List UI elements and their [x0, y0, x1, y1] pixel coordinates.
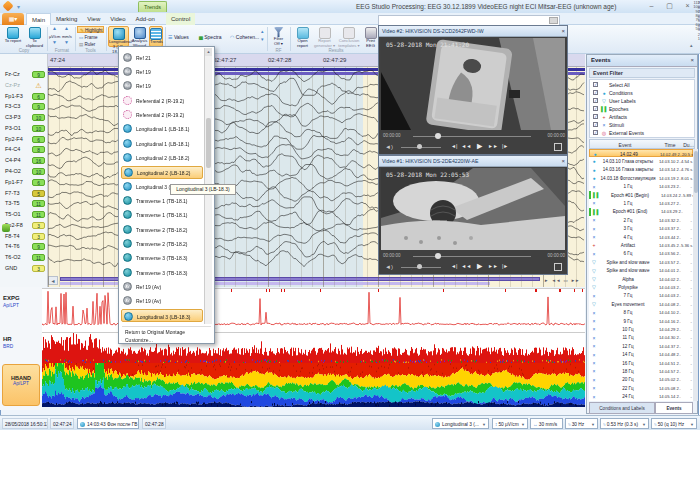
event-row[interactable]: ×7 Гц14.04.03 2...-	[589, 292, 693, 300]
minimize-button[interactable]: –	[645, 1, 658, 11]
event-row[interactable]: ×2 Гц14.03.32 2...-	[589, 216, 693, 224]
video1-title-bar[interactable]: Video #1: HIKVISION DS-2DE4220IW-AE ×	[379, 156, 567, 167]
analysis-wizard-button[interactable]: Analysis Wizard	[131, 26, 148, 47]
floating-input-button[interactable]	[549, 17, 558, 24]
channel-badge[interactable]: ⚠	[32, 82, 45, 89]
filter-item-select-all[interactable]: ✓Select All	[590, 81, 694, 89]
video1-prev-frame-icon[interactable]: ◄|	[451, 263, 457, 269]
menu-item-longitudinal-1-lb-18-1-[interactable]: Longitudinal 1 (LB-18.1)	[121, 123, 203, 136]
status-sensitivity-combo[interactable]: ↕50 µV/cm▼	[492, 418, 528, 429]
event-row[interactable]: ×8 Гц14.04.10 2...-	[589, 309, 693, 317]
channel-row-p4-o2[interactable]: P4-O210	[0, 167, 48, 177]
checkbox[interactable]: ✓	[593, 90, 598, 95]
event-row[interactable]: ▽Polyspike14.04.03 2...-	[589, 283, 693, 291]
channel-row-t6-o2[interactable]: T6-O211	[0, 253, 48, 263]
channel-row-f4-c4[interactable]: F4-C48	[0, 145, 48, 155]
tab-conditions-and-labels[interactable]: Conditions and Labels	[589, 402, 655, 414]
event-row[interactable]: +Artifact14.03.45 2...5.36 s	[589, 241, 693, 249]
filter-item-conditions[interactable]: ✓●Conditions	[590, 89, 694, 97]
menu-item-transverse-2-tb-18-2-[interactable]: Transverse 2 (TB-18.2)	[121, 223, 203, 236]
to-report-button[interactable]: To report	[3, 26, 23, 47]
report-generator-button[interactable]: Report generator ▾	[313, 26, 336, 47]
video-window-1[interactable]: Video #1: HIKVISION DS-2DE4220IW-AE ×	[378, 155, 568, 275]
events-scrollbar-thumb[interactable]	[694, 151, 698, 193]
sensitivity-down-button[interactable]: ▼	[52, 40, 57, 47]
channel-badge[interactable]: 11	[32, 211, 45, 218]
channel-badge[interactable]: 11	[32, 254, 45, 261]
channel-row-t5-o1[interactable]: T5-O111	[0, 210, 48, 220]
event-row[interactable]: ×10 Гц14.04.29 2...-	[589, 325, 693, 333]
filter-item-user-labels[interactable]: ✓▽User Labels	[590, 97, 694, 105]
menu-item-referential-2-r-19-2-[interactable]: Referential 2 (R-19.2)	[121, 108, 203, 121]
values-button[interactable]: ☰ Values	[168, 31, 196, 43]
channel-row-c3-p3[interactable]: C3-P310	[0, 113, 48, 123]
event-row[interactable]: ×14 Гц14.04.48 2...-	[589, 351, 693, 359]
menu-item-transverse-3-tb-18-3-[interactable]: Transverse 3 (TB-18.3)	[121, 252, 203, 265]
event-row[interactable]: ×11 Гц14.04.30 2...-	[589, 334, 693, 342]
video1-close-icon[interactable]: ×	[561, 158, 565, 164]
menu-item-ref-19[interactable]: RefRef 19	[121, 65, 203, 78]
channel-badge[interactable]: 6	[32, 136, 45, 143]
checkbox[interactable]: ✓	[593, 114, 598, 119]
menu-scroll-up-icon[interactable]: ▲	[205, 48, 212, 56]
column-header-time[interactable]: Time	[658, 142, 682, 148]
channel-row-gnd[interactable]: GND3	[0, 264, 48, 274]
channel-row-f8-t4[interactable]: F8-T43	[0, 232, 48, 242]
checkbox[interactable]: ✓	[593, 130, 598, 135]
events-close-icon[interactable]: ×	[690, 57, 694, 63]
sensitivity-up-button[interactable]: ▲	[52, 26, 57, 33]
events-table-header[interactable]: EventTimeDu...	[589, 139, 695, 149]
event-row[interactable]: ▽Alpha14.04.02 2...-	[589, 275, 693, 283]
video2-rewind-icon[interactable]: ◄◄	[461, 143, 471, 149]
video1-screen[interactable]: 05-28-2018 Mon 22:05:53	[381, 168, 565, 250]
speed-down-button[interactable]: ▼	[64, 40, 69, 47]
video2-fullscreen-icon[interactable]	[554, 143, 562, 151]
channel-badge[interactable]: 9	[32, 71, 45, 78]
status-notch-combo[interactable]: ≈50 (q 10) Hz▼	[651, 418, 697, 429]
checkbox[interactable]: ✓	[593, 122, 598, 127]
channel-badge[interactable]: 8	[32, 146, 45, 153]
channel-row-f3-c3[interactable]: F3-C39	[0, 102, 48, 112]
video1-rewind-icon[interactable]: ◄◄	[461, 263, 471, 269]
channel-badge[interactable]: 9	[32, 103, 45, 110]
filter-item-external-events[interactable]: ✓◎External Events	[590, 129, 694, 137]
menu-item-ref-21[interactable]: RefRef 21	[121, 51, 203, 64]
video1-fullscreen-icon[interactable]	[554, 263, 562, 271]
event-row[interactable]: ●14.02.4914.02.49 2...20.5 s	[589, 149, 693, 157]
channel-badge[interactable]: 6	[32, 93, 45, 100]
application-menu-button[interactable]: ▦▾	[2, 13, 24, 25]
speed-up-button[interactable]: ▲	[64, 26, 69, 33]
menu-item-transverse-3-tb-18-3-[interactable]: Transverse 3 (TB-18.3)	[121, 266, 203, 279]
menu-item-transverse-2-tb-18-2-[interactable]: Transverse 2 (TB-18.2)	[121, 238, 203, 251]
expg-label[interactable]: EXPG	[3, 295, 20, 301]
column-header-du[interactable]: Du...	[682, 142, 695, 148]
video2-play-icon[interactable]: ►	[475, 141, 484, 151]
menu-item-referential-2-r-19-2-[interactable]: Referential 2 (R-19.2)	[121, 94, 203, 107]
status-lowpass-combo[interactable]: ≈30 Hz▼	[565, 418, 598, 429]
filter-off-button[interactable]: Filter Off ▾	[270, 26, 287, 47]
video2-screen[interactable]: 05-28-2018 Mon 21:41:20	[381, 38, 565, 130]
filter-item-stimuli[interactable]: ✓×Stimuli	[590, 121, 694, 129]
event-row[interactable]: ×1 Гц14.03.27 2...-	[589, 199, 693, 207]
channel-badge[interactable]: 16	[32, 157, 45, 164]
menu-item-customize[interactable]: Customize...	[125, 337, 211, 346]
event-row[interactable]: ×12 Гц14.04.37 2...-	[589, 342, 693, 350]
tab-marking[interactable]: Marking	[51, 13, 82, 25]
video2-seek-track[interactable]	[413, 136, 531, 137]
channel-row-f7-t3[interactable]: F7-T35	[0, 189, 48, 199]
menu-item-longitudinal-2-lb-18-2-[interactable]: Longitudinal 2 (LB-18.2)	[121, 166, 203, 179]
status-speed-combo[interactable]: ↔30 mm/s▼	[530, 418, 563, 429]
status-event-combo[interactable]: 14:03:43 Фон после ГВ▼	[77, 418, 139, 429]
video2-prev-frame-icon[interactable]: ◄|	[451, 143, 457, 149]
channel-badge[interactable]: 9	[32, 243, 45, 250]
coherence-button[interactable]: ◠ Coheren...	[230, 31, 260, 43]
event-row[interactable]: ×16 Гц14.04.51 2...-	[589, 359, 693, 367]
video2-next-frame-icon[interactable]: |►	[502, 143, 508, 149]
channel-row-c4-p4[interactable]: C4-P416	[0, 156, 48, 166]
video1-seek-thumb[interactable]	[435, 253, 441, 259]
menu-item-ref-19-av-[interactable]: AVRef 19 (Av)	[121, 295, 203, 308]
channel-row-t4-t6[interactable]: T4-T69	[0, 242, 48, 252]
video2-seek-thumb[interactable]	[435, 133, 441, 139]
tab-addon[interactable]: Add-on	[131, 13, 160, 25]
close-button[interactable]: ×	[681, 1, 694, 11]
